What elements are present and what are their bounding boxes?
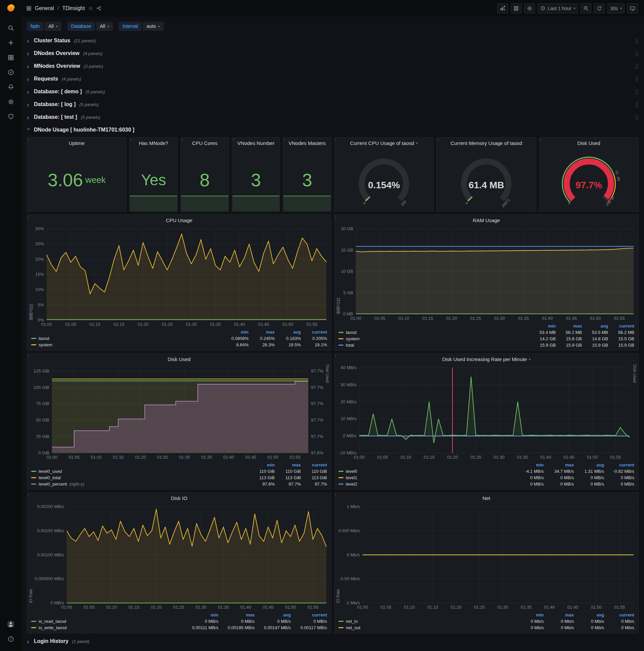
legend-col[interactable]: max xyxy=(249,330,275,335)
fqdn-variable-value[interactable]: All▾ xyxy=(44,22,61,31)
legend-col[interactable]: min xyxy=(529,323,556,329)
panel-info-icon[interactable]: i xyxy=(27,137,32,143)
legend-col[interactable]: max xyxy=(275,462,301,467)
panel-title[interactable]: Current CPU Usage of taosd▾ xyxy=(334,137,433,148)
legend-series[interactable]: level0_total xyxy=(31,475,249,480)
panel-title[interactable]: Disk IO xyxy=(27,493,331,503)
legend-series[interactable]: taosd xyxy=(339,330,529,335)
explore-compass-icon[interactable] xyxy=(4,65,18,80)
legend-series[interactable]: level2 xyxy=(339,482,514,487)
panel-info-icon[interactable]: i xyxy=(27,215,32,220)
row-requests[interactable]: › Requests (4 panels) ⣿ xyxy=(27,73,639,84)
legend-series[interactable]: net_in xyxy=(339,619,514,624)
disk-used-chart[interactable]: 01:0001:0501:1001:1501:2001:2501:3001:35… xyxy=(27,365,331,461)
panel-title[interactable]: Uptime xyxy=(27,137,126,148)
server-admin-shield-icon[interactable] xyxy=(4,109,18,124)
legend-series[interactable]: total xyxy=(339,343,529,348)
legend-series[interactable]: taosd xyxy=(31,336,222,341)
legend-col[interactable]: current xyxy=(301,462,327,467)
create-plus-icon[interactable] xyxy=(4,35,18,50)
panel-info-icon[interactable]: i xyxy=(539,137,544,143)
legend-col[interactable]: min xyxy=(514,612,544,617)
row-mnodes-overview[interactable]: › MNodes Overview (2 panels) ⣿ xyxy=(27,61,639,71)
legend-series[interactable]: level0_percent(right-y) xyxy=(31,482,249,487)
panel-title[interactable]: RAM Usage xyxy=(334,215,638,225)
zoom-out-button[interactable] xyxy=(581,3,591,13)
interval-variable-label[interactable]: Interval xyxy=(119,22,141,31)
refresh-button[interactable] xyxy=(594,3,605,13)
panel-info-icon[interactable]: i xyxy=(181,137,186,143)
legend-col[interactable]: avg xyxy=(582,323,608,329)
legend-col[interactable]: min xyxy=(249,462,275,467)
panel-title[interactable]: Current Memory Usage of taosd xyxy=(437,137,536,148)
legend-col[interactable]: max xyxy=(218,612,255,617)
database-variable-value[interactable]: All▾ xyxy=(96,22,113,31)
user-avatar[interactable] xyxy=(4,617,18,631)
legend-col[interactable]: min xyxy=(514,462,544,467)
legend-series[interactable]: level0_used xyxy=(31,469,249,474)
legend-col[interactable]: min xyxy=(182,612,218,617)
legend-col[interactable]: avg xyxy=(275,330,301,335)
legend-series[interactable]: net_out xyxy=(339,625,514,630)
cpu-usage-chart[interactable]: 01:0001:0501:1001:1501:2001:2501:3001:35… xyxy=(27,225,331,328)
panel-title[interactable]: CPU Cores xyxy=(181,137,229,148)
dashboard-settings-button[interactable] xyxy=(524,3,535,13)
save-dashboard-button[interactable] xyxy=(511,3,522,13)
disk-rate-chart[interactable]: 01:0001:0501:1001:1501:2001:2501:3001:35… xyxy=(334,365,638,461)
panel-info-icon[interactable]: i xyxy=(334,137,340,143)
legend-series[interactable]: level0 xyxy=(339,469,514,474)
panel-title[interactable]: CPU Usage xyxy=(27,215,331,225)
legend-series[interactable]: system xyxy=(339,336,529,341)
tv-mode-button[interactable] xyxy=(627,3,638,13)
panel-title[interactable]: Disk Used xyxy=(539,137,638,148)
fqdn-variable-label[interactable]: fqdn xyxy=(27,22,43,31)
panel-info-icon[interactable]: i xyxy=(334,354,340,359)
row-drag-handle[interactable]: ⣿ xyxy=(635,63,639,69)
breadcrumb-dashboard[interactable]: TDinsight xyxy=(62,5,85,11)
help-icon[interactable]: ? xyxy=(4,631,18,646)
legend-col[interactable]: max xyxy=(544,612,574,617)
panel-info-icon[interactable]: i xyxy=(283,137,288,143)
legend-col[interactable]: max xyxy=(556,323,582,329)
interval-variable-value[interactable]: auto▾ xyxy=(143,22,163,31)
disk-io-chart[interactable]: 01:0001:0501:1001:1501:2001:2501:3001:35… xyxy=(27,503,331,611)
database-variable-label[interactable]: Database xyxy=(67,22,95,31)
panel-info-icon[interactable]: i xyxy=(27,493,32,498)
legend-col[interactable]: min xyxy=(222,330,249,335)
legend-col[interactable]: current xyxy=(604,462,634,467)
dashboard-grid-icon[interactable] xyxy=(26,6,32,11)
ram-usage-chart[interactable]: 01:0001:0501:1001:1501:2001:2501:3001:35… xyxy=(334,225,638,322)
legend-series[interactable]: system xyxy=(31,342,222,347)
breadcrumb-folder[interactable]: General xyxy=(35,5,54,11)
share-icon[interactable] xyxy=(96,6,101,11)
legend-col[interactable]: current xyxy=(604,612,634,617)
configuration-gear-icon[interactable] xyxy=(4,94,18,109)
legend-col[interactable]: avg xyxy=(574,462,604,467)
row-database-test[interactable]: › Database: [ test ] (5 panels) ⣿ xyxy=(27,112,639,122)
row-dnodes-overview[interactable]: › DNodes Overview (4 panels) ⣿ xyxy=(27,48,639,59)
alerting-bell-icon[interactable] xyxy=(4,80,18,94)
legend-series[interactable]: io_read_taosd xyxy=(31,619,182,624)
dashboards-icon[interactable] xyxy=(4,50,18,65)
row-drag-handle[interactable]: ⣿ xyxy=(635,76,639,82)
panel-title[interactable]: VNodes Number xyxy=(232,137,280,148)
legend-col[interactable]: current xyxy=(608,323,634,329)
row-database-log[interactable]: › Database: [ log ] (5 panels) ⣿ xyxy=(27,99,639,110)
row-drag-handle[interactable]: ⣿ xyxy=(635,89,639,95)
legend-series[interactable]: level1 xyxy=(339,475,514,480)
add-panel-button[interactable] xyxy=(497,3,508,13)
time-range-picker[interactable]: Last 1 hour ▾ xyxy=(538,3,578,13)
legend-series[interactable]: io_write_taosd xyxy=(31,625,182,630)
row-cluster-status[interactable]: › Cluster Status (21 panels) ⣿ xyxy=(27,35,639,46)
legend-col[interactable]: avg xyxy=(574,612,604,617)
row-dnode-usage[interactable]: › DNode Usage [ huolinhe-TM1701:6030 ] xyxy=(27,124,639,135)
panel-info-icon[interactable]: i xyxy=(334,493,340,498)
legend-col[interactable]: avg xyxy=(255,612,291,617)
panel-title[interactable]: Net xyxy=(334,493,638,503)
panel-title[interactable]: Disk Used xyxy=(27,354,331,365)
row-drag-handle[interactable]: ⣿ xyxy=(635,50,639,56)
legend-col[interactable]: current xyxy=(291,612,327,617)
grafana-logo[interactable] xyxy=(6,3,16,13)
row-database-demo[interactable]: › Database: [ demo ] (5 panels) ⣿ xyxy=(27,86,639,97)
search-icon[interactable] xyxy=(4,21,18,35)
